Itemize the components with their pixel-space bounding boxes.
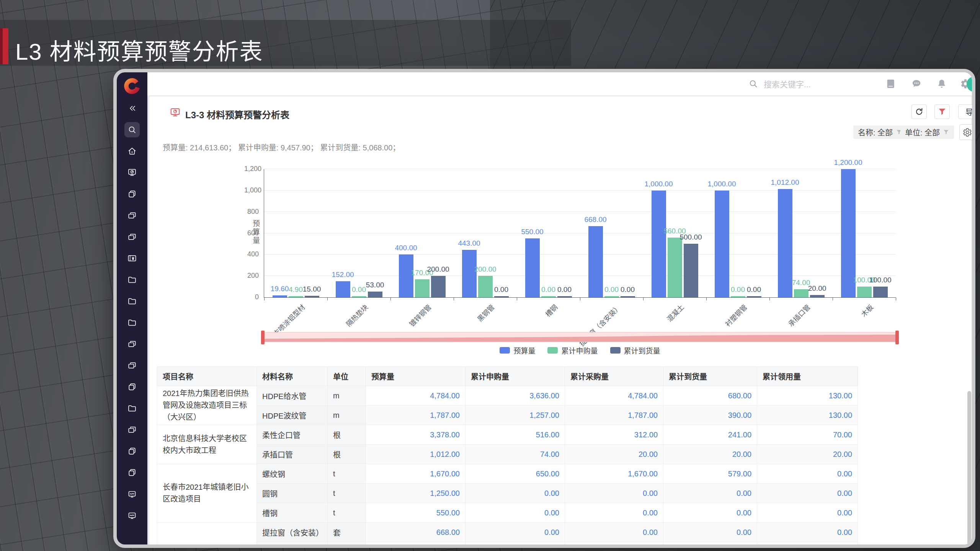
legend-item-预算量[interactable]: 预算量 [500,345,535,355]
sidebar-item-folder-icon[interactable] [124,401,140,416]
bar-累计到货量[interactable] [305,296,319,297]
global-search-input[interactable]: 搜索关键字... [748,72,811,95]
value-cell: 20.00 [663,445,757,464]
y-tick-label: 800 [244,208,259,216]
bar-累计申购量[interactable] [731,296,745,297]
bar-预算量[interactable] [778,189,792,297]
sidebar-item-windows-icon[interactable] [124,422,140,437]
bell-icon[interactable] [936,78,947,89]
gridline [264,233,896,233]
sidebar-item-windows-icon[interactable] [124,336,140,352]
column-header: 累计到货量 [663,367,757,386]
table-row[interactable]: 北京信息科技大学老校区校内大市政工程柔性企口管根3,378.00516.0031… [157,425,858,445]
sidebar-item-copy-icon[interactable] [124,465,140,480]
value-cell [757,542,858,548]
bar-累计申购量[interactable] [857,287,872,297]
table-row[interactable]: 圆钢t1,250.000.000.000.000.00 [157,484,858,503]
app-logo-icon[interactable] [123,77,141,95]
x-tick [896,298,896,300]
bar-累计申购量[interactable] [289,296,303,297]
value-cell: 0.00 [663,523,757,542]
table-row[interactable]: 长春市2021年城镇老旧小区改造项目螺纹钢t1,670.00650.001,67… [157,464,858,484]
value-cell: 550.00 [366,503,466,523]
bar-预算量[interactable] [462,250,477,297]
bar-累计到货量[interactable] [431,276,446,297]
y-tick-label: 1,000 [244,186,259,194]
book-icon[interactable] [885,78,896,89]
sidebar-item-chart-monitor-icon[interactable] [124,486,140,502]
filter-button[interactable] [934,104,950,119]
value-cell: 0.00 [466,523,565,542]
filter-chip-name-label: 名称: 全部 [858,127,893,138]
table-row[interactable]: 槽钢t550.000.000.000.000.00 [157,503,858,523]
sidebar-item-windows-icon[interactable] [124,208,140,223]
table-row[interactable] [157,542,858,548]
sidebar-item-copy-icon[interactable] [124,186,140,202]
sidebar-item-search-icon[interactable] [124,122,140,137]
bar-累计到货量[interactable] [873,287,888,297]
value-cell: 130.00 [757,406,858,425]
bar-累计申购量[interactable] [604,296,619,297]
table-row[interactable]: 提拉窗（含安装）套668.000.000.000.000.00 [157,523,858,542]
bar-累计申购量[interactable] [794,289,808,297]
bar-累计到货量[interactable] [557,296,572,297]
bar-累计到货量[interactable] [747,296,761,297]
table-row[interactable]: 2021年热力集团老旧供热管网及设施改造项目三标（大兴区）HDPE给水管m4,7… [157,386,858,406]
table-scrollbar[interactable] [967,391,971,548]
bar-累计申购量[interactable] [541,296,556,297]
search-icon [748,79,758,89]
sidebar-item-folder-icon[interactable] [124,315,140,330]
legend-item-累计申购量[interactable]: 累计申购量 [547,345,598,355]
project-cell: 2021年热力集团老旧供热管网及设施改造项目三标（大兴区） [157,386,257,425]
report-card: L3-3 材料预算预警分析表 导 出 名称: 全部 单位: 全部 [149,96,971,548]
filter-chip-name[interactable]: 名称: 全部 [853,126,907,139]
project-cell [157,523,257,548]
x-tick [833,298,833,300]
sidebar-item-chart-monitor-icon[interactable] [124,508,140,523]
table-row[interactable]: HDPE波纹管m1,787.001,257.001,787.00390.0013… [157,406,858,425]
sidebar-item-folder-icon[interactable] [124,272,140,287]
bar-预算量[interactable] [336,281,350,297]
bar-预算量[interactable] [525,238,540,297]
sidebar-item-collapse-icon[interactable] [124,101,140,116]
gridline [264,190,896,191]
bar-累计申购量[interactable] [415,279,430,297]
sidebar-item-windows-icon[interactable] [124,358,140,373]
bar-预算量[interactable] [652,191,666,297]
sidebar-item-windows-icon[interactable] [124,229,140,245]
bar-预算量[interactable] [588,226,603,297]
bar-累计申购量[interactable] [352,296,366,297]
chat-icon[interactable] [911,78,922,89]
bar-累计申购量[interactable] [668,238,682,297]
export-button[interactable]: 导 出 [958,104,975,119]
table-row[interactable]: 承插口管根1,012.0074.0020.0020.0020.00 [157,445,858,464]
gridline [264,254,896,254]
material-cell: 承插口管 [257,445,328,464]
sidebar-item-dashboard-icon[interactable] [124,165,140,180]
bar-预算量[interactable] [715,191,729,297]
filter-chip-unit[interactable]: 单位: 全部 [900,126,954,139]
bar-预算量[interactable] [273,295,287,297]
sidebar-item-home-icon[interactable] [124,143,140,159]
datazoom-slider[interactable] [262,332,898,342]
bar-累计到货量[interactable] [368,292,382,297]
bar-累计到货量[interactable] [810,295,825,297]
sidebar-item-copy-icon[interactable] [124,379,140,395]
refresh-button[interactable] [911,104,927,119]
sidebar-item-folder-icon[interactable] [124,293,140,309]
datazoom-handle-right[interactable] [895,331,899,344]
datazoom-handle-left[interactable] [261,331,265,344]
bar-累计到货量[interactable] [621,296,635,297]
y-axis-line [264,169,264,297]
column-settings-button[interactable] [959,124,975,140]
sidebar [117,72,147,544]
bar-累计申购量[interactable] [478,276,493,297]
bar-累计到货量[interactable] [684,244,698,297]
bar-累计到货量[interactable] [494,296,509,297]
sidebar-item-copy-icon[interactable] [124,443,140,459]
legend-item-累计到货量[interactable]: 累计到货量 [610,345,660,355]
bar-value-label: 668.00 [584,215,606,224]
unit-cell: 根 [328,445,366,464]
sidebar-item-invoice-icon[interactable] [124,251,140,266]
bar-value-label: 550.00 [521,228,543,236]
